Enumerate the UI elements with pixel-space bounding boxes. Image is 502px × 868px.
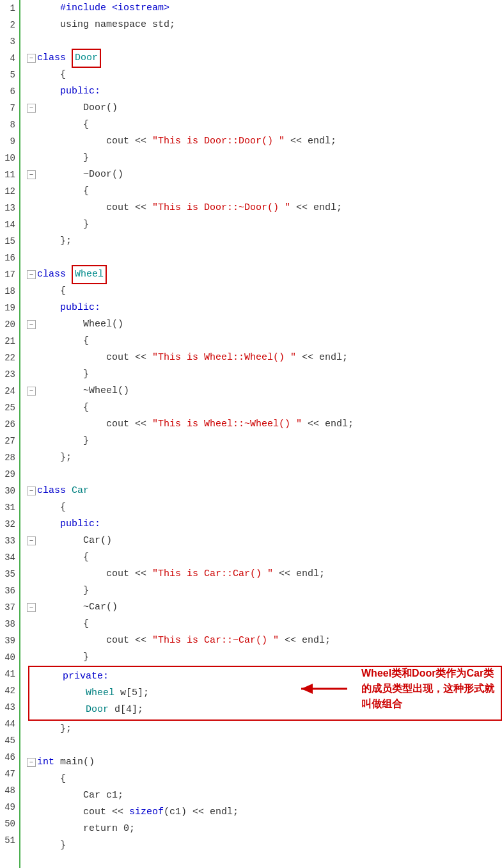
fold-btn-46[interactable]: − [27, 758, 36, 767]
code-line-35: cout << "This is Car::Car() " << endl; [27, 566, 502, 583]
code-line-44: }; [27, 721, 502, 737]
arrow-head [301, 684, 313, 694]
code-line-50: return 0; [27, 821, 502, 837]
code-line-33: − Car() [27, 533, 502, 549]
code-line-49: cout << sizeof(c1) << endl; [27, 804, 502, 821]
class-door-highlight: Door [72, 49, 101, 68]
code-line-31: { [27, 499, 502, 516]
code-line-10: } [27, 150, 502, 166]
code-line-5: { [27, 67, 502, 83]
fold-btn-11[interactable]: − [27, 170, 36, 179]
fold-btn-20[interactable]: − [27, 320, 36, 329]
code-line-8: { [27, 117, 502, 133]
code-line-1: #include <iostream> [27, 0, 502, 17]
code-line-22: cout << "This is Wheel::Wheel() " << end… [27, 350, 502, 366]
class-wheel-highlight: Wheel [72, 265, 107, 284]
code-line-3 [27, 33, 502, 50]
code-line-48: Car c1; [27, 787, 502, 804]
fold-btn-17[interactable]: − [27, 270, 36, 279]
code-line-40: } [27, 649, 502, 666]
annotation-container: Wheel类和Door类作为Car类的成员类型出现，这种形式就叫做组合 [301, 666, 502, 712]
code-line-47: { [27, 771, 502, 787]
code-line-16 [27, 250, 502, 266]
code-line-27: } [27, 433, 502, 449]
code-line-15: }; [27, 233, 502, 250]
code-line-4: − class Door [27, 50, 502, 67]
annotation-arrow [301, 681, 359, 696]
code-line-45 [27, 737, 502, 754]
fold-btn-24[interactable]: − [27, 387, 36, 396]
code-line-29 [27, 466, 502, 483]
line-numbers: 1 2 3 4 5 6 7 8 9 10 11 12 13 14 15 16 1… [0, 0, 20, 868]
code-editor: 1 2 3 4 5 6 7 8 9 10 11 12 13 14 15 16 1… [0, 0, 502, 868]
code-line-28: }; [27, 449, 502, 466]
code-line-11: − ~Door() [27, 166, 502, 183]
code-line-14: } [27, 216, 502, 233]
code-line-39: cout << "This is Car::~Car() " << endl; [27, 632, 502, 649]
code-content: #include <iostream> using namespace std;… [20, 0, 502, 868]
code-line-18: { [27, 283, 502, 300]
code-line-12: { [27, 183, 502, 200]
fold-btn-30[interactable]: − [27, 486, 36, 495]
code-line-6: public: [27, 83, 502, 100]
fold-btn-37[interactable]: − [27, 603, 36, 612]
code-line-30: − class Car [27, 483, 502, 499]
fold-btn-7[interactable]: − [27, 104, 36, 113]
code-line-17: − class Wheel [27, 266, 502, 283]
code-line-34: { [27, 549, 502, 566]
code-line-37: − ~Car() [27, 599, 502, 616]
code-line-13: cout << "This is Door::~Door() " << endl… [27, 200, 502, 216]
fold-btn-33[interactable]: − [27, 536, 36, 545]
code-line-51: } [27, 837, 502, 854]
code-line-9: cout << "This is Door::Door() " << endl; [27, 133, 502, 150]
code-line-7: − Door() [27, 100, 502, 117]
annotation-text: Wheel类和Door类作为Car类的成员类型出现，这种形式就叫做组合 [361, 666, 502, 712]
code-line-26: cout << "This is Wheel::~Wheel() " << en… [27, 416, 502, 433]
code-line-23: } [27, 366, 502, 383]
code-line-32: public: [27, 516, 502, 533]
code-line-25: { [27, 399, 502, 416]
code-line-24: − ~Wheel() [27, 383, 502, 399]
code-line-19: public: [27, 300, 502, 316]
code-line-2: using namespace std; [27, 17, 502, 33]
code-line-46: − int main() [27, 754, 502, 771]
code-line-21: { [27, 333, 502, 350]
code-line-20: − Wheel() [27, 316, 502, 333]
code-line-36: } [27, 583, 502, 599]
fold-btn-4[interactable]: − [27, 54, 36, 63]
code-line-38: { [27, 616, 502, 632]
